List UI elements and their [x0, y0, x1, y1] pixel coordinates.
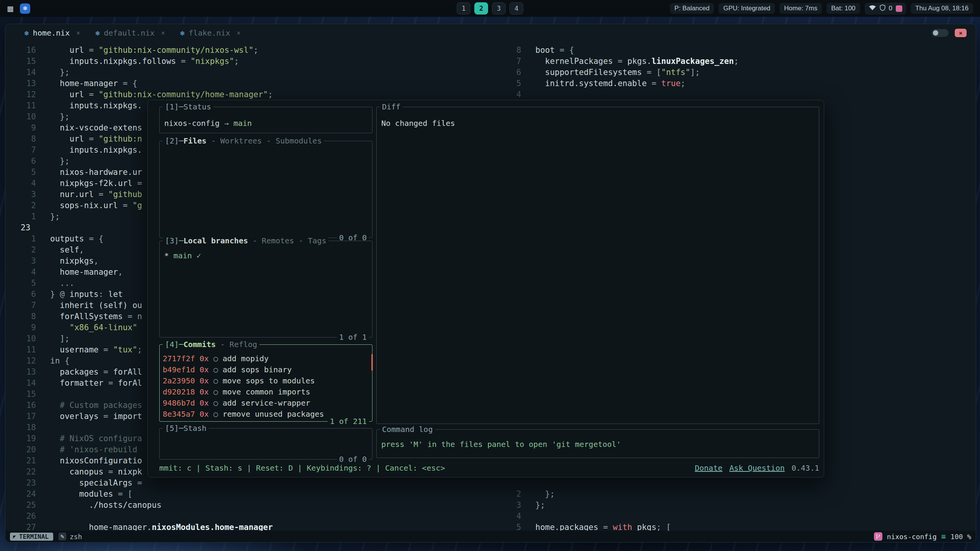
- window-close-button[interactable]: ×: [955, 29, 967, 37]
- commits-panel-title: [4]─Commits - Reflog: [163, 339, 260, 350]
- line-number: 4: [491, 89, 521, 100]
- line-number: 5: [5, 278, 36, 289]
- tab-label: default.nix: [104, 28, 154, 37]
- code-text: home-manager,: [36, 267, 123, 278]
- line-number: 25: [5, 500, 36, 511]
- command-log-content: press 'M' in the files panel to open 'gi…: [377, 430, 819, 449]
- line-number: 6: [491, 67, 521, 78]
- code-text: [521, 89, 536, 100]
- line-number: 18: [5, 422, 36, 433]
- code-text: [36, 422, 50, 433]
- line-number: 23: [5, 478, 36, 489]
- code-text: };: [36, 67, 70, 78]
- branches-panel[interactable]: [3]─Local branches - Remotes - Tags * ma…: [159, 241, 372, 337]
- code-text: nixos-hardware.ur: [36, 167, 142, 178]
- tab-bar: ❄home.nix×❄default.nix×❄flake.nix× ×: [5, 24, 976, 42]
- apps-grid-icon[interactable]: ▦: [7, 4, 14, 13]
- commit-row[interactable]: 9486b7d0x○add service-wrapper: [163, 398, 370, 409]
- top-bar: ▦ ❄ 1234 P: BalancedGPU: IntegratedHome:…: [0, 0, 980, 17]
- status-panel[interactable]: [1]─Status nixos-config → main: [159, 107, 372, 133]
- commit-graph-node: ○: [209, 398, 218, 409]
- line-number: 23: [5, 222, 36, 233]
- code-text: ./hosts/canopus: [36, 500, 162, 511]
- line-number: 8: [5, 134, 36, 145]
- commits-scrollbar[interactable]: [371, 354, 373, 371]
- workspace-button[interactable]: 2: [474, 2, 488, 15]
- repo-name: nixos-config: [887, 533, 937, 541]
- commit-push-status: 0x: [195, 409, 209, 421]
- code-text: self,: [36, 245, 84, 256]
- commit-row[interactable]: b49ef1d0x○add sops binary: [163, 365, 370, 376]
- branches-panel-title: [3]─Local branches - Remotes - Tags: [163, 235, 328, 246]
- files-panel[interactable]: [2]─Files - Worktrees - Submodules 0 of …: [159, 141, 372, 238]
- commit-row[interactable]: 2a239500x○move sops to modules: [163, 376, 370, 387]
- line-number: 15: [5, 56, 36, 67]
- code-text: nixosConfiguratio: [36, 455, 142, 466]
- commit-push-status: 0x: [195, 398, 209, 409]
- ask-question-link[interactable]: Ask Question: [729, 463, 785, 473]
- line-number: 13: [5, 367, 36, 378]
- nix-snowflake-icon: ❄: [95, 29, 100, 37]
- arrow-icon: [220, 119, 224, 128]
- code-line: 4: [491, 511, 976, 522]
- tab-close-icon[interactable]: ×: [161, 29, 165, 37]
- workspace-button[interactable]: 1: [457, 2, 470, 15]
- shell-indicator[interactable]: ✎ zsh: [59, 533, 82, 541]
- help-links: Donate Ask Question 0.43.1: [695, 463, 819, 473]
- commit-graph-node: ○: [209, 387, 218, 398]
- commit-hash: 2717f2f: [163, 354, 195, 365]
- commit-push-status: 0x: [195, 365, 209, 376]
- command-log-panel[interactable]: Command log press 'M' in the files panel…: [376, 429, 819, 458]
- donate-link[interactable]: Donate: [695, 463, 722, 473]
- code-text: home-manager.nixosModules.home-manager: [36, 522, 273, 531]
- commit-hash: 9486b7d: [163, 398, 195, 409]
- code-text: boot = {: [521, 45, 574, 56]
- repo-label: nixos-config: [164, 119, 220, 128]
- line-number: 3: [491, 500, 521, 511]
- editor-tab[interactable]: ❄home.nix×: [17, 24, 88, 42]
- window-controls: ×: [932, 29, 970, 37]
- code-text: ...: [36, 278, 74, 289]
- shield-icon[interactable]: [880, 4, 885, 13]
- workspace-button[interactable]: 3: [492, 2, 506, 15]
- code-text: forAllSystems = n: [36, 311, 142, 322]
- commits-panel[interactable]: [4]─Commits - Reflog 2717f2f0x○add mopid…: [159, 344, 372, 422]
- tab-close-icon[interactable]: ×: [237, 29, 240, 37]
- tab-close-icon[interactable]: ×: [76, 29, 80, 37]
- nixos-logo-icon[interactable]: ❄: [20, 3, 30, 14]
- line-number: 1: [5, 233, 36, 245]
- scroll-percent: 100 %: [951, 533, 971, 541]
- diff-panel[interactable]: Diff No changed files: [376, 107, 819, 424]
- commit-hash: 2a23950: [163, 376, 195, 387]
- code-text: inherit (self) ou: [36, 300, 142, 311]
- shield-count: 0: [889, 5, 892, 12]
- code-line: 6 supportedFilesystems = ["ntfs"];: [491, 67, 976, 78]
- pin-toggle[interactable]: [932, 29, 949, 37]
- code-text: };: [36, 111, 70, 122]
- files-panel-title: [2]─Files - Worktrees - Submodules: [163, 135, 324, 146]
- tab-label: home.nix: [33, 28, 70, 37]
- topbar-left: ▦ ❄: [7, 3, 30, 14]
- code-text: kernelPackages = pkgs.linuxPackages_zen;: [521, 56, 739, 67]
- code-line: 4: [491, 89, 976, 100]
- workspace-button[interactable]: 4: [510, 2, 523, 15]
- line-number: 2: [5, 245, 36, 256]
- line-number: 10: [5, 333, 36, 344]
- code-line: 23 specialArgs =: [5, 478, 491, 489]
- editor-tab[interactable]: ❄default.nix×: [88, 24, 173, 42]
- code-text: };: [36, 211, 60, 222]
- code-text: supportedFilesystems = ["ntfs"];: [521, 67, 700, 78]
- code-text: initrd.systemd.enable = true;: [521, 78, 686, 89]
- diff-content: No changed files: [377, 107, 819, 128]
- keybindings-help: mmit: c | Stash: s | Reset: D | Keybindi…: [159, 463, 445, 473]
- commit-row[interactable]: d9202180x○move common imports: [163, 387, 370, 398]
- code-text: home.packages = with pkgs; [: [521, 522, 671, 531]
- tray-app-icon[interactable]: [896, 5, 902, 12]
- line-number: 24: [5, 489, 36, 500]
- wifi-icon[interactable]: [869, 5, 876, 13]
- code-line: 15 inputs.nixpkgs.follows = "nixpkgs";: [5, 56, 491, 67]
- stash-panel[interactable]: [5]─Stash 0 of 0: [159, 428, 372, 460]
- commit-row[interactable]: 2717f2f0x○add mopidy: [163, 354, 370, 365]
- editor-tab[interactable]: ❄flake.nix×: [173, 24, 248, 42]
- code-line: 5 initrd.systemd.enable = true;: [491, 78, 976, 89]
